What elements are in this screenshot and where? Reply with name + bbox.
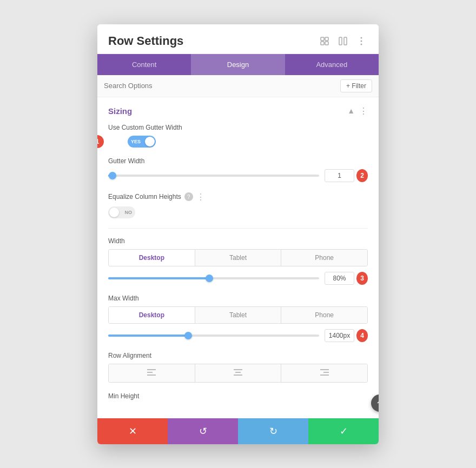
max-width-tablet-tab[interactable]: Tablet [195,307,282,323]
save-icon: ✓ [340,425,348,437]
max-width-label: Max Width [108,295,368,302]
min-height-row: Min Height [108,392,368,400]
svg-rect-5 [344,37,347,45]
align-tabs [108,364,368,383]
svg-point-6 [361,37,362,38]
gutter-width-slider-row: 2 [108,169,368,182]
custom-gutter-row: Use Custom Gutter Width 1 YES [108,124,368,148]
max-width-input[interactable] [325,329,354,342]
row-settings-modal: Row Settings [97,24,379,444]
cancel-icon: ✕ [129,425,137,437]
modal-content: Sizing ▲ ⋮ Use Custom Gutter Width 1 YES [97,97,379,418]
cancel-button[interactable]: ✕ [97,418,168,444]
redo-button[interactable]: ↻ [238,418,308,444]
gutter-width-value: 2 [325,169,368,182]
divider-1 [108,228,368,229]
badge-2: 2 [356,169,368,182]
section-title: Sizing [108,106,132,116]
max-width-value: 4 [325,329,368,342]
badge-4: 4 [356,329,368,342]
reset-icon: ↺ [199,425,207,437]
align-center-tab[interactable] [195,364,282,382]
svg-point-7 [361,40,362,42]
equalize-help-icon[interactable]: ? [184,192,193,201]
search-input[interactable] [104,82,340,90]
collapse-icon[interactable]: ▲ [347,106,355,115]
max-width-device-tabs: Desktop Tablet Phone [108,306,368,324]
save-button[interactable]: ✓ [308,418,379,444]
svg-rect-4 [339,37,342,45]
max-width-phone-tab[interactable]: Phone [281,307,367,323]
svg-point-8 [361,43,362,45]
max-width-desktop-tab[interactable]: Desktop [109,307,195,323]
max-width-slider-row: 4 [108,329,368,342]
gutter-width-input[interactable] [325,169,354,182]
align-right-tab[interactable] [281,364,367,382]
svg-rect-0 [321,37,324,41]
badge-1: 1 [97,135,104,148]
toggle-knob [145,137,155,146]
width-tablet-tab[interactable]: Tablet [195,250,282,266]
tab-design[interactable]: Design [191,54,285,75]
gutter-width-thumb[interactable] [109,172,116,179]
redo-icon: ↻ [269,425,277,437]
max-width-fill [108,335,188,337]
width-label: Width [108,237,368,245]
equalize-label: Equalize Column Heights ? ⋮ [108,192,368,202]
row-alignment-label: Row Alignment [108,352,368,359]
min-height-label: Min Height [108,392,368,400]
max-width-track[interactable] [108,335,319,337]
svg-rect-3 [325,42,328,45]
width-fill [108,277,209,279]
toggle-yes-label: YES [131,139,141,144]
more-vertical-icon[interactable] [355,35,368,48]
width-device-tabs: Desktop Tablet Phone [108,249,368,266]
width-thumb[interactable] [206,275,213,282]
tabs-bar: Content Design Advanced [97,54,379,75]
align-left-tab[interactable] [109,364,195,382]
section-header-icons: ▲ ⋮ [347,106,368,116]
equalize-no-label: NO [125,210,133,215]
search-bar: + Filter [97,75,379,97]
row-alignment-row: Row Alignment [108,352,368,383]
equalize-row: Equalize Column Heights ? ⋮ NO [108,192,368,218]
gutter-width-track[interactable] [108,175,319,177]
expand-icon[interactable] [318,35,331,48]
gutter-width-label: Gutter Width [108,157,368,165]
width-phone-tab[interactable]: Phone [281,250,367,266]
svg-rect-1 [325,37,328,41]
modal-header: Row Settings [97,24,379,54]
columns-icon[interactable] [336,35,349,48]
custom-gutter-toggle-wrap: 1 YES [108,136,368,148]
equalize-more-icon[interactable]: ⋮ [196,192,205,202]
reset-button[interactable]: ↺ [168,418,238,444]
width-slider-row: 3 [108,272,368,285]
sizing-section: Sizing ▲ ⋮ Use Custom Gutter Width 1 YES [97,97,379,418]
gutter-width-row: Gutter Width 2 [108,157,368,182]
filter-button[interactable]: + Filter [340,79,372,92]
width-desktop-tab[interactable]: Desktop [109,250,195,266]
svg-rect-2 [321,42,324,45]
max-width-row: Max Width Desktop Tablet Phone 4 [108,295,368,342]
max-width-thumb[interactable] [184,332,192,339]
width-value: 3 [325,272,368,285]
modal-footer: ✕ ↺ ↻ ✓ [97,418,379,444]
width-row: Width Desktop Tablet Phone 3 [108,237,368,285]
custom-gutter-label: Use Custom Gutter Width [108,124,368,131]
section-header: Sizing ▲ ⋮ [108,106,368,116]
equalize-knob [109,208,119,217]
width-track[interactable] [108,277,319,279]
header-icons [318,35,368,48]
custom-gutter-toggle[interactable]: YES [128,136,156,148]
width-input[interactable] [325,272,354,285]
equalize-toggle[interactable]: NO [108,206,135,218]
tab-content[interactable]: Content [97,54,191,75]
tab-advanced[interactable]: Advanced [285,54,379,75]
section-more-icon[interactable]: ⋮ [359,106,368,116]
badge-3: 3 [356,272,368,285]
modal-title: Row Settings [108,34,183,48]
